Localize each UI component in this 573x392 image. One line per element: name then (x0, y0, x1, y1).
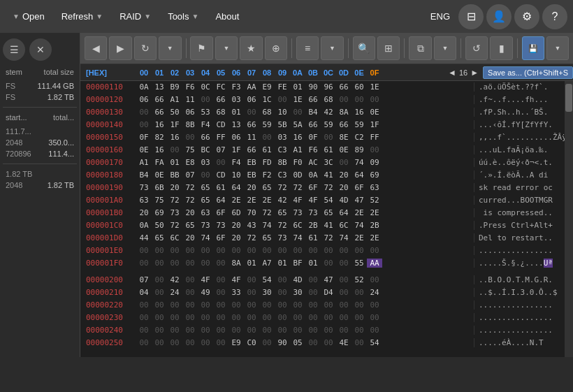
hex-toolbar: ◀ ▶ ↻ ▼ ⚑ ▼ ★ ⊕ ≡ ▼ 🔍 ⊞ ⧉ ▼ ↺ ▮ 💾 ▼ (80, 33, 573, 64)
lp-item-1: FS 111.44 GB (3, 80, 77, 92)
hex-column-header: [HEX] 00 01 02 03 04 05 06 07 08 09 0A 0… (80, 64, 573, 81)
save-as-button[interactable]: Save as... (Ctrl+Shift+S (483, 66, 573, 79)
table-row: 000001E000000000000000000000000000000000… (80, 245, 565, 257)
menu-about[interactable]: About (208, 7, 246, 26)
search-button[interactable]: 🔍 (353, 36, 375, 60)
save-dropdown-btn[interactable]: ▼ (546, 36, 569, 60)
rotate-button[interactable]: ↺ (465, 36, 488, 60)
tb-sep-5 (460, 38, 461, 58)
left-panel: ☰ ✕ stem total size FS 111.44 GB FS 1.82… (0, 33, 80, 357)
hch-0f: 0F (367, 68, 382, 77)
highlighted-byte: Uª (544, 259, 553, 268)
hex-addr-label: [HEX] (80, 68, 136, 77)
table-row: 000001C00A5072657373204374726C2B416C742B… (80, 219, 565, 232)
lp-header: ☰ ✕ (3, 38, 77, 61)
table-row: 00000180B40EBB0700CD10EBF2C30D0A41206469… (80, 169, 565, 182)
lp-sub-item-2: 2048 350.0... (3, 137, 77, 148)
hch-0c: 0C (321, 68, 336, 77)
arrow-dropdown-btn4[interactable]: ▼ (434, 36, 456, 60)
table-row: 0000022000000000000000000000000000000000… (80, 299, 565, 312)
menu-raid[interactable]: RAID ▼ (113, 7, 158, 26)
lp-divider-2 (3, 164, 77, 164)
hch-09: 09 (275, 68, 290, 77)
monitor-icon-btn[interactable]: ⊟ (458, 4, 484, 29)
lp-footer-2: 2048 1.82 TB (3, 180, 77, 191)
user-icon-btn[interactable]: 👤 (486, 4, 512, 29)
table-row: 000001A06375727265642E2E2E424F4F544D4752… (80, 194, 565, 207)
table-row: 000001500F82160066FF06110003160F008EC2FF… (80, 131, 565, 144)
hch-07: 07 (244, 68, 259, 77)
lp-sub-item-3: 720896 111.4... (3, 148, 77, 159)
panel-button[interactable]: ▮ (490, 36, 512, 60)
menu-tools[interactable]: Tools ▼ (161, 7, 205, 26)
table-row: 0000024000000000000000000000000000000000… (80, 324, 565, 337)
back-button[interactable]: ◀ (85, 36, 107, 60)
table-row: 00000170A1FA01E80300F4EBFD8BF0AC3C007409… (80, 157, 565, 169)
table-row: 00000210040024004900330030003000D4000024… (80, 286, 565, 299)
refresh-button[interactable]: ↻ (134, 36, 157, 60)
star-button[interactable]: ★ (240, 36, 262, 60)
table-row: 0000023000000000000000000000000000000000… (80, 312, 565, 324)
scroll-thumb[interactable] (565, 84, 572, 112)
page-number: 16 (459, 68, 467, 77)
page-next-btn[interactable]: ► (470, 68, 479, 78)
hch-05: 05 (213, 68, 229, 77)
lp-menu-btn[interactable]: ☰ (3, 38, 25, 61)
lp-item-2: FS 1.82 TB (3, 92, 77, 103)
lp-sub-item-1: 111.7... (3, 126, 77, 137)
gear-icon-btn[interactable]: ⚙ (514, 4, 539, 29)
main-area: ☰ ✕ stem total size FS 111.44 GB FS 1.82… (0, 33, 573, 357)
hch-03: 03 (182, 68, 198, 77)
hex-rows: 000001100A13B9F60CFCF3AAE9FE01909666601E… (80, 81, 565, 357)
tb-sep-1 (186, 38, 187, 58)
menu-open[interactable]: ▼ Open (6, 7, 52, 26)
arrow-dropdown-btn2[interactable]: ▼ (215, 36, 238, 60)
lp-sub-headers: start... total... (3, 112, 77, 123)
hch-0b: 0B (305, 68, 321, 77)
lp-col-headers: stem total size (3, 66, 77, 78)
language-selector[interactable]: ENG (425, 11, 456, 22)
page-prev-btn[interactable]: ◄ (448, 68, 456, 78)
hch-0d: 0D (336, 68, 351, 77)
table-row: 000001B020697320636F6D707265737365642E2E… (80, 207, 565, 219)
table-row: 0000014000161F8BF4CD1366595B5A665966591F… (80, 119, 565, 131)
hch-0e: 0E (351, 68, 367, 77)
arrow-dropdown-btn[interactable]: ▼ (159, 36, 181, 60)
table-row: 000001300066500653680100681000B4428A160E… (80, 106, 565, 119)
list-button[interactable]: ≡ (296, 36, 319, 60)
tb-sep-6 (517, 38, 518, 58)
hex-panel: ◀ ▶ ↻ ▼ ⚑ ▼ ★ ⊕ ≡ ▼ 🔍 ⊞ ⧉ ▼ ↺ ▮ 💾 ▼ (80, 33, 573, 357)
table-row: 000001100A13B9F60CFCF3AAE9FE01909666601E… (80, 81, 565, 94)
hex-content: 000001100A13B9F60CFCF3AAE9FE01909666601E… (80, 81, 573, 357)
save-button[interactable]: 💾 (522, 36, 544, 60)
lp-divider (3, 107, 77, 108)
table-row: 00000190736B2072656164206572726F72206F63… (80, 182, 565, 194)
menu-refresh[interactable]: Refresh ▼ (55, 7, 110, 26)
tb-sep-3 (348, 38, 349, 58)
lp-close-btn[interactable]: ✕ (29, 38, 52, 61)
copy-button[interactable]: ⧉ (409, 36, 431, 60)
scrollbar[interactable] (565, 81, 573, 357)
arrow-dropdown-btn3[interactable]: ▼ (321, 36, 343, 60)
table-row: 000001F00000000000008A01A701BF01000055AA… (80, 257, 565, 270)
lp-footer-1: 1.82 TB (3, 168, 77, 180)
tb-sep-4 (404, 38, 405, 58)
help-icon-btn[interactable]: ? (542, 4, 567, 29)
table-row: 00000250000000000000E9C000900500004E0054… (80, 337, 565, 349)
hex-byte-headers: 00 01 02 03 04 05 06 07 08 09 0A 0B 0C 0… (136, 68, 444, 77)
table-row: 000001D044656C20746F20726573746172742E2E… (80, 232, 565, 245)
bookmark-button[interactable]: ⚑ (190, 36, 212, 60)
hch-02: 02 (167, 68, 182, 77)
grid-button[interactable]: ⊞ (377, 36, 400, 60)
hex-nav: ◄ 16 ► (444, 68, 483, 78)
table-row: 000001200666A111006603061C001E6668000000… (80, 94, 565, 106)
hch-0a: 0A (290, 68, 305, 77)
hch-00: 00 (136, 68, 152, 77)
hch-08: 08 (259, 68, 275, 77)
forward-button[interactable]: ▶ (109, 36, 131, 60)
tb-sep-2 (291, 38, 292, 58)
hch-06: 06 (229, 68, 244, 77)
globe-button[interactable]: ⊕ (265, 36, 287, 60)
table-row: 00000200070042004F004F0054004D0047005200… (80, 274, 565, 286)
table-row: 000001600E160075BC071F6661C3A1F6610E8900… (80, 144, 565, 157)
